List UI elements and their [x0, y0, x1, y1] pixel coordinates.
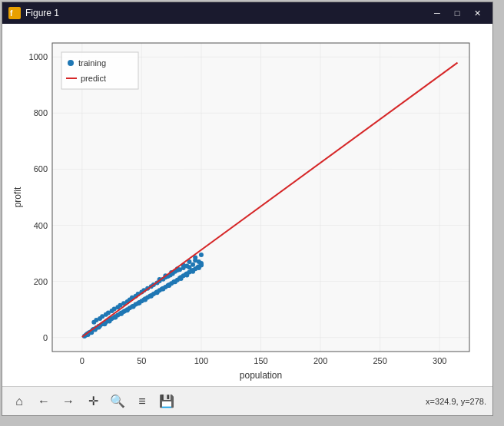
chart-canvas — [10, 31, 485, 386]
forward-icon: → — [62, 395, 75, 408]
pan-button[interactable]: ✛ — [82, 391, 104, 412]
status-bar: x=324.9, y=278. — [426, 397, 486, 406]
config-icon: ≡ — [138, 395, 145, 408]
title-bar: f Figure 1 ─ □ ✕ — [2, 2, 492, 24]
status-text: x=324.9, y=278. — [426, 397, 486, 406]
config-button[interactable]: ≡ — [131, 391, 153, 412]
toolbar: ⌂ ← → ✛ 🔍 ≡ 💾 x=324.9, y=278. — [2, 386, 492, 415]
figure-window: f Figure 1 ─ □ ✕ ⌂ ← → ✛ 🔍 ≡ — [2, 2, 493, 416]
save-button[interactable]: 💾 — [156, 391, 177, 412]
home-button[interactable]: ⌂ — [8, 391, 30, 412]
home-icon: ⌂ — [15, 395, 23, 408]
back-button[interactable]: ← — [33, 391, 55, 412]
minimize-button[interactable]: ─ — [428, 5, 446, 21]
zoom-button[interactable]: 🔍 — [107, 391, 128, 412]
close-button[interactable]: ✕ — [468, 5, 486, 21]
save-icon: 💾 — [159, 394, 174, 408]
forward-button[interactable]: → — [58, 391, 79, 412]
zoom-icon: 🔍 — [110, 394, 125, 408]
back-icon: ← — [38, 395, 50, 408]
window-title: Figure 1 — [25, 8, 428, 18]
window-controls: ─ □ ✕ — [428, 5, 486, 21]
pan-icon: ✛ — [88, 394, 98, 408]
app-icon: f — [8, 7, 21, 19]
maximize-button[interactable]: □ — [448, 5, 466, 21]
plot-area — [2, 24, 492, 386]
